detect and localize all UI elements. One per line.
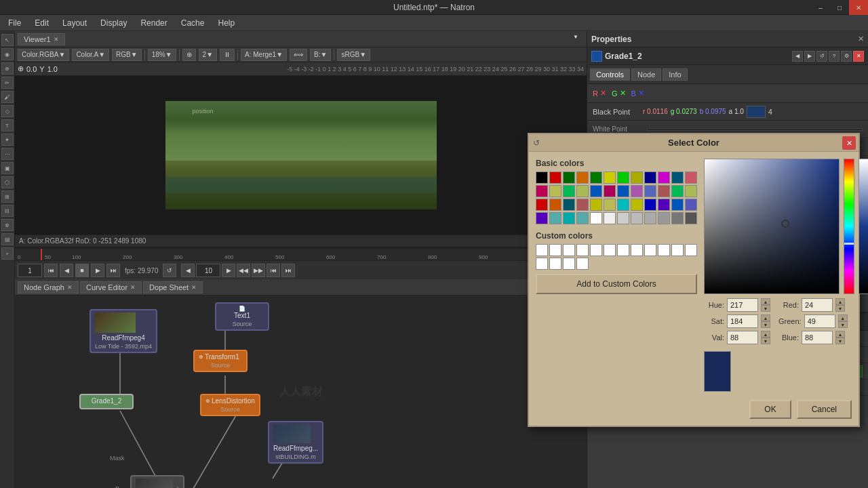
play-forward[interactable]: ▶ [91,264,104,277]
tool-misc[interactable]: ⋯ [1,148,14,160]
prop-row-1-slider[interactable] [647,128,863,131]
bc-24[interactable] [536,199,548,211]
channel-g-btn[interactable]: G ✕ [612,89,626,98]
bc-28[interactable] [590,199,602,211]
loop-btn[interactable]: ↺ [163,264,176,277]
bc-4[interactable] [590,171,602,184]
bc-42[interactable] [617,212,629,224]
bc-37[interactable] [549,212,561,224]
bc-35[interactable] [685,199,697,211]
ok-button[interactable]: OK [749,400,791,419]
bc-47[interactable] [685,212,697,224]
prev-frame[interactable]: ◀ [181,264,195,277]
tool-text[interactable]: T [1,119,14,131]
ctrl1[interactable]: ◀◀ [237,264,250,277]
node-graph-area[interactable]: 人人素材 ReadFfmpeg4 Low Tide - 3592.mp4 [15,296,587,488]
ctrl2[interactable]: ▶▶ [252,264,265,277]
cc-6[interactable] [617,244,629,256]
bc-14[interactable] [563,185,575,197]
play-backward[interactable]: ◀ [60,264,73,277]
menu-file[interactable]: File [3,17,26,29]
color-gradient-picker[interactable] [704,159,840,294]
tool-pointer[interactable]: ↖ [1,34,14,46]
green-input[interactable] [804,314,835,328]
proxy-btn[interactable]: ⊕ [182,49,196,61]
dope-sheet-close[interactable]: ✕ [191,284,197,291]
gamma-input[interactable]: 0.0 [26,65,37,73]
bc-21[interactable] [658,185,670,197]
tab-info[interactable]: Info [663,68,687,81]
menu-layout[interactable]: Layout [57,17,92,29]
color-dialog[interactable]: ↺ Select Color ✕ Basic colors [528,133,860,427]
ctrl4[interactable]: ⏭ [281,264,295,277]
grade-btn2[interactable]: ▶ [804,51,815,62]
cc-13[interactable] [549,258,561,270]
bc-36[interactable] [536,212,548,224]
transform-tool[interactable]: ⊕ [18,64,24,73]
minimize-button[interactable]: – [811,0,830,15]
bc-6[interactable] [617,171,629,184]
viewer-content[interactable]: NATRON position [15,76,587,235]
bc-43[interactable] [631,212,643,224]
tab-dope-sheet[interactable]: Dope Sheet ✕ [143,281,203,293]
red-up[interactable]: ▲ [835,298,845,305]
sat-input[interactable] [727,314,758,328]
bc-12[interactable] [536,185,548,197]
bc-31[interactable] [631,199,643,211]
bc-39[interactable] [576,212,589,224]
tab-node-graph[interactable]: Node Graph ✕ [18,281,79,293]
cc-10[interactable] [671,244,684,256]
bc-20[interactable] [644,185,656,197]
close-button[interactable]: ✕ [849,0,868,15]
cc-12[interactable] [536,258,548,270]
bc-38[interactable] [563,212,575,224]
tool-draw[interactable]: ✏ [1,77,14,89]
bc-26[interactable] [563,199,575,211]
bc-29[interactable] [604,199,616,211]
add-to-custom-colors-button[interactable]: Add to Custom Colors [536,274,697,294]
grade-color-swatch[interactable] [747,106,766,118]
bc-32[interactable] [644,199,656,211]
cc-9[interactable] [658,244,670,256]
cc-1[interactable] [549,244,561,256]
menu-help[interactable]: Help [212,17,240,29]
color-rgba-selector[interactable]: Color.RGBA ▼ [18,49,69,61]
bc-44[interactable] [644,212,656,224]
zoom-selector[interactable]: 18% ▼ [148,49,176,61]
grade-btn3[interactable]: ↺ [816,51,827,62]
bc-15[interactable] [576,185,589,197]
tool-color[interactable]: ▤ [1,233,14,245]
play-to-end[interactable]: ⏭ [106,264,120,277]
cc-15[interactable] [576,258,589,270]
node-transform1[interactable]: ⊕ Transform1 Source [193,350,248,372]
tool-extra[interactable]: + [1,247,14,260]
bc-13[interactable] [549,185,561,197]
grade-btn5[interactable]: ⚙ [841,51,852,62]
hue-up[interactable]: ▲ [761,298,770,305]
green-up[interactable]: ▲ [838,314,848,321]
hue-down[interactable]: ▼ [761,305,770,312]
bc-8[interactable] [644,171,656,184]
node-readfmpeg4[interactable]: ReadFfmpeg4 Low Tide - 3592.mp4 [90,309,157,353]
cc-2[interactable] [563,244,575,256]
tab-node[interactable]: Node [631,68,661,81]
tab-controls[interactable]: Controls [590,68,630,81]
bc-18[interactable] [617,185,629,197]
bc-40[interactable] [590,212,602,224]
window-controls[interactable]: – □ ✕ [811,0,868,15]
bc-30[interactable] [617,199,629,211]
blue-up[interactable]: ▲ [835,331,845,338]
bc-17[interactable] [604,185,616,197]
play-to-start[interactable]: ⏮ [44,264,58,277]
curve-editor-close[interactable]: ✕ [130,284,136,291]
cc-11[interactable] [685,244,697,256]
frame-number-right[interactable]: 10 [196,264,220,277]
pause-btn[interactable]: ⏸ [220,49,235,61]
gain-input[interactable]: 1.0 [47,65,58,73]
wipe-btn[interactable]: ⟺ [290,49,307,61]
tool-merge[interactable]: ⊗ [1,219,14,231]
bc-16[interactable] [590,185,602,197]
bc-46[interactable] [671,212,684,224]
node-text1[interactable]: 📄 Text1 Source [215,302,269,331]
tool-transform[interactable]: ⊕ [1,62,14,75]
